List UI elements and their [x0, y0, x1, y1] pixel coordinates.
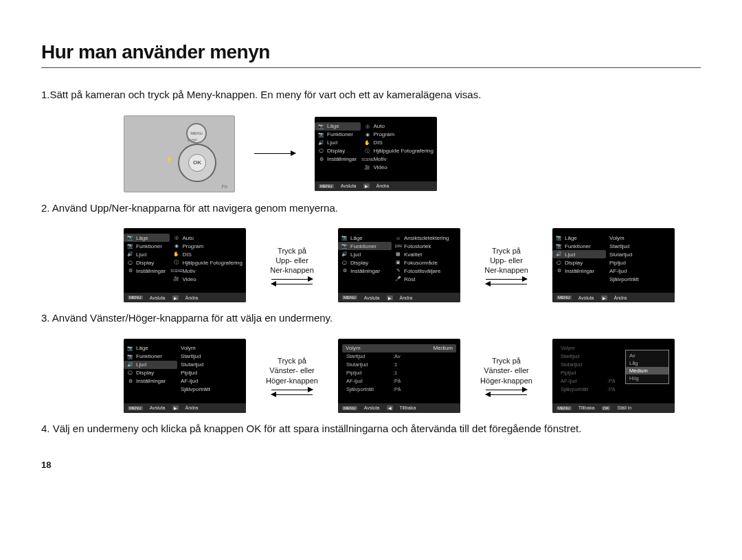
fn-label: Fn: [222, 184, 227, 189]
menu-item-funktioner: 📷Funktioner: [315, 131, 361, 139]
step-2-figure: 📷Läge 📷Funktioner 🔊Ljud 🖵Display ⚙Instäl…: [124, 228, 701, 302]
menu-item-installningar: ⚙Inställningar: [315, 155, 361, 164]
ok-button-icon: OK: [188, 154, 206, 172]
mode-video: 🎥Video: [361, 164, 437, 172]
arrow-leftright-2: Tryck på Vänster- eller Höger-knappen: [469, 356, 544, 395]
menu-item-lage: 📷Läge: [315, 122, 361, 131]
arrow-right-icon: [254, 153, 295, 154]
disp-label: DISP: [188, 138, 197, 142]
page-title: Hur man använder menyn: [41, 41, 701, 63]
mode-guide: ⓘHjälpguide Fotografering: [361, 147, 437, 155]
step-1-text: 1.Sätt på kameran och tryck på Meny-knap…: [41, 87, 701, 103]
arrow-updown-1: Tryck på Upp- eller Ner-knappen: [254, 246, 330, 285]
step-3-figure: 📷Läge 📷Funktioner 🔊Ljud 🖵Display ⚙Instäl…: [124, 339, 701, 413]
screen-lage: 📷Läge 📷Funktioner 🔊Ljud 🖵Display ⚙Instäl…: [315, 117, 437, 191]
screen-2b: 📷Läge 📷Funktioner 🔊Ljud 🖵Display ⚙Instäl…: [338, 228, 460, 302]
step-3-text: 3. Använd Vänster/Höger-knapparna för at…: [41, 311, 701, 326]
screen-3b: Volym Medium Startljud:Av Slutarljud:1 P…: [338, 339, 460, 413]
dpad-icon: OK: [178, 144, 216, 182]
screen-2a: 📷Läge 📷Funktioner 🔊Ljud 🖵Display ⚙Instäl…: [124, 228, 246, 302]
step-4-text: 4. Välj en undermeny och klicka på knapp…: [41, 421, 701, 437]
arrow-updown-2: Tryck på Upp- eller Ner-knappen: [469, 246, 544, 285]
step-2-text: 2. Använd Upp/Ner-knapparna för att navi…: [41, 201, 701, 216]
menu-item-ljud: 🔊Ljud: [315, 139, 361, 147]
screen-foot: MENUAvsluta ▶Ändra: [315, 181, 437, 191]
mode-motiv: SCENEMotiv: [361, 155, 437, 164]
title-rule: [41, 67, 701, 68]
camera-back-illustration: MENU DISP ⚡ OK Fn: [124, 115, 235, 192]
mode-auto: ◎Auto: [361, 122, 437, 131]
screen-2c: 📷Läge 📷Funktioner 🔊Ljud 🖵Display ⚙Instäl…: [552, 228, 675, 302]
step-1-figure: MENU DISP ⚡ OK Fn 📷Läge 📷Funktioner 🔊Lju…: [124, 115, 701, 192]
screen-3a: 📷Läge 📷Funktioner 🔊Ljud 🖵Display ⚙Instäl…: [124, 339, 246, 413]
flash-icon: ⚡: [166, 156, 173, 163]
menu-item-display: 🖵Display: [315, 147, 361, 155]
page-number: 18: [41, 460, 701, 470]
mode-program: ◉Program: [361, 131, 437, 139]
mode-dis: ✋DIS: [361, 139, 437, 147]
screen-3c: Volym Startljud Slutarljud Pipljud AF-lj…: [552, 339, 675, 413]
arrow-leftright-1: Tryck på Vänster- eller Höger-knappen: [254, 356, 330, 395]
volym-popup: Av Låg Medium Hög: [625, 350, 669, 384]
